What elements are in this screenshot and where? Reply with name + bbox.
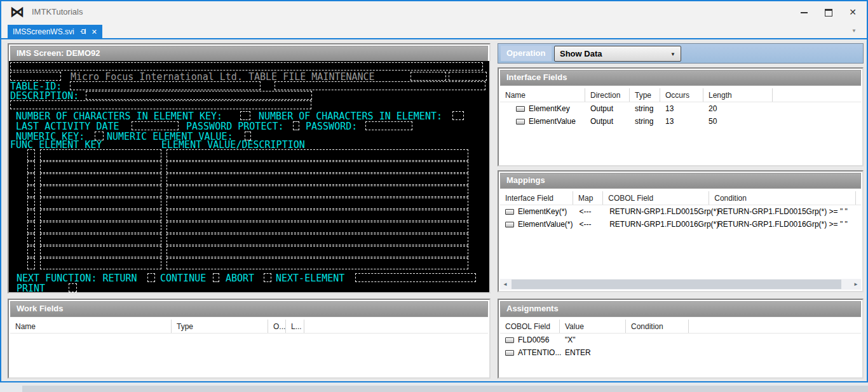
tab-list-chevron-icon[interactable]: ▼ <box>851 28 857 34</box>
table-row[interactable]: FLD0056 "X" <box>500 334 861 346</box>
terminal-field[interactable] <box>166 161 468 173</box>
terminal-field[interactable] <box>452 111 464 120</box>
desktop-strip <box>0 382 868 392</box>
terminal-field[interactable] <box>10 62 483 71</box>
column-header-occurs[interactable]: O... <box>268 320 286 333</box>
terminal-field[interactable] <box>132 121 179 130</box>
terminal-field[interactable] <box>449 72 487 81</box>
column-header-filler <box>773 88 861 102</box>
terminal-label-password-protect: PASSWORD PROTECT: <box>186 121 284 132</box>
terminal-field[interactable] <box>27 258 35 269</box>
terminal-field[interactable] <box>40 246 161 257</box>
terminal-field[interactable] <box>27 222 35 233</box>
terminal-field[interactable] <box>147 273 155 282</box>
terminal-field[interactable] <box>166 222 468 233</box>
column-header-occurs[interactable]: Occurs <box>660 88 703 102</box>
column-header-name[interactable]: Name <box>10 320 172 333</box>
terminal-field[interactable] <box>69 283 77 292</box>
terminal-field[interactable] <box>27 234 35 245</box>
terminal-field[interactable] <box>293 121 299 130</box>
terminal-field[interactable] <box>365 121 412 130</box>
table-row[interactable]: ElementValue Output string 13 50 <box>500 115 861 128</box>
terminal-field[interactable] <box>166 173 468 185</box>
terminal-field[interactable] <box>264 273 271 282</box>
table-row[interactable]: ElementValue(*) <--- RETURN-GRP1.FLD0016… <box>500 218 861 231</box>
column-header-type[interactable]: Type <box>172 320 268 333</box>
terminal-field[interactable] <box>27 210 35 221</box>
terminal-field[interactable] <box>40 149 161 161</box>
terminal-label-next-function: NEXT FUNCTION: RETURN <box>17 273 137 283</box>
mappings-column-headers: Interface Field Map COBOL Field Conditio… <box>500 191 861 205</box>
terminal-label-description: DESCRIPTION: <box>10 91 79 101</box>
maximize-icon <box>825 9 832 17</box>
mappings-panel: Mappings Interface Field Map COBOL Field… <box>498 170 864 292</box>
ims-screen-panel: IMS Screen: DEMO92 Micro Focus Internati… <box>8 43 491 294</box>
terminal-field[interactable] <box>166 258 468 269</box>
terminal-field[interactable] <box>40 222 161 233</box>
terminal-field[interactable] <box>166 149 468 161</box>
ims-terminal-designer[interactable]: Micro Focus International Ltd. TABLE FIL… <box>9 61 489 292</box>
terminal-field[interactable] <box>27 246 35 257</box>
column-header-name[interactable]: Name <box>500 88 585 102</box>
operation-dropdown[interactable]: Show Data ▼ <box>554 46 681 62</box>
scroll-right-arrow-icon[interactable]: ► <box>851 279 861 290</box>
terminal-field[interactable] <box>10 100 311 109</box>
terminal-field[interactable] <box>40 210 161 221</box>
terminal-field[interactable] <box>27 173 35 185</box>
column-header-filler <box>856 191 861 205</box>
column-header-condition[interactable]: Condition <box>709 191 856 205</box>
column-header-direction[interactable]: Direction <box>585 88 630 102</box>
terminal-field[interactable] <box>40 186 161 197</box>
interface-fields-panel: Interface Fields Name Direction Type Occ… <box>498 67 864 166</box>
terminal-field[interactable] <box>410 72 446 81</box>
tab-label: IMSScreenWS.svi <box>13 27 74 36</box>
column-header-condition[interactable]: Condition <box>626 320 689 333</box>
column-header-length[interactable]: Length <box>703 88 773 102</box>
terminal-field[interactable] <box>27 149 35 161</box>
close-button[interactable]: ✕ <box>848 7 858 17</box>
terminal-field[interactable] <box>27 161 35 173</box>
column-header-length[interactable]: L... <box>286 320 304 333</box>
tab-imsscreenws[interactable]: IMSScreenWS.svi ✕ <box>8 25 102 38</box>
terminal-field[interactable] <box>166 246 468 257</box>
taskbar-edge <box>22 386 868 392</box>
scrollbar-thumb[interactable] <box>512 280 841 289</box>
terminal-field[interactable] <box>86 91 312 100</box>
terminal-field[interactable] <box>40 198 161 209</box>
scroll-left-arrow-icon[interactable]: ◄ <box>500 279 510 290</box>
terminal-field[interactable] <box>166 234 468 245</box>
terminal-field[interactable] <box>240 111 250 120</box>
table-row[interactable]: ATTENTIO... ENTER <box>500 346 861 359</box>
column-header-cobol-field[interactable]: COBOL Field <box>500 320 560 333</box>
terminal-label-num-chars-element: NUMBER OF CHARACTERS IN ELEMENT: <box>259 111 442 121</box>
table-row[interactable]: ElementKey Output string 13 20 <box>500 102 861 115</box>
terminal-field[interactable] <box>10 72 61 81</box>
pin-icon[interactable] <box>79 28 86 35</box>
cell-name: ElementKey <box>529 104 570 113</box>
terminal-field[interactable] <box>40 161 161 173</box>
terminal-field[interactable] <box>27 186 35 197</box>
terminal-field[interactable] <box>40 234 161 245</box>
column-header-map[interactable]: Map <box>573 191 603 205</box>
terminal-field[interactable] <box>166 186 468 197</box>
minimize-button[interactable] <box>799 7 810 17</box>
terminal-field[interactable] <box>213 273 219 282</box>
table-row[interactable]: ElementKey(*) <--- RETURN-GRP1.FLD0015Gr… <box>500 205 861 218</box>
terminal-field[interactable] <box>40 258 161 269</box>
terminal-field[interactable] <box>166 210 468 221</box>
tab-close-icon[interactable]: ✕ <box>92 28 97 36</box>
terminal-field[interactable] <box>27 198 35 209</box>
column-header-interface-field[interactable]: Interface Field <box>500 191 573 205</box>
column-header-cobol-field[interactable]: COBOL Field <box>603 191 709 205</box>
terminal-grid-row <box>9 234 489 246</box>
terminal-field[interactable] <box>166 198 468 209</box>
terminal-field[interactable] <box>275 81 485 90</box>
maximize-button[interactable] <box>824 7 834 17</box>
column-header-value[interactable]: Value <box>560 320 626 333</box>
terminal-field[interactable] <box>40 173 161 185</box>
column-header-type[interactable]: Type <box>630 88 660 102</box>
terminal-field[interactable] <box>70 81 261 90</box>
terminal-field[interactable] <box>355 273 476 282</box>
mappings-header: Mappings <box>500 173 861 189</box>
horizontal-scrollbar[interactable]: ◄ ► <box>500 279 861 290</box>
